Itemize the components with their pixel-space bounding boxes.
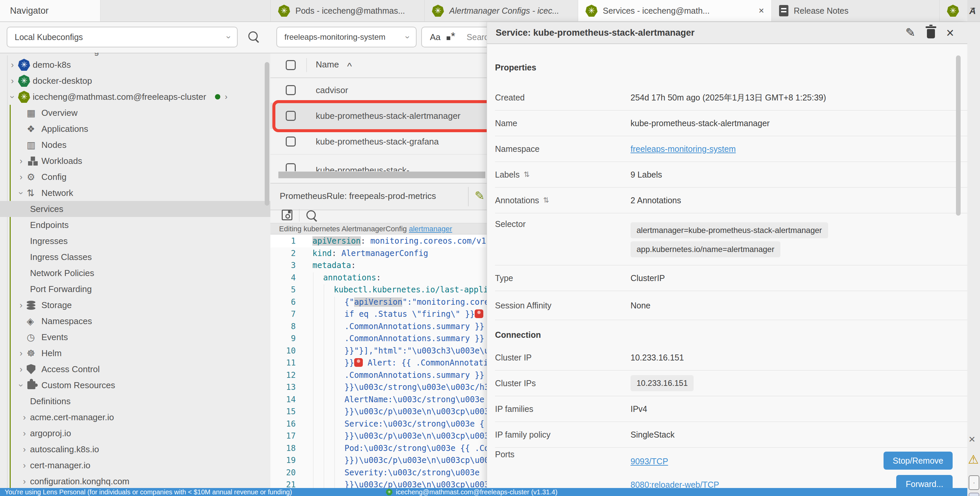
sidebar-item-acme-cert-manager-io[interactable]: ›acme.cert-manager.io (0, 409, 270, 425)
sidebar-item-demo-k8s[interactable]: ›✳demo-k8s (0, 57, 270, 73)
sidebar-item-applications[interactable]: ❖Applications (0, 121, 270, 137)
tab-services-icecheng-math[interactable]: ✳Services - icecheng@math...× (578, 0, 772, 21)
sidebar-item-access-control[interactable]: ›Access Control (0, 361, 270, 377)
regex-toggle[interactable]: * (447, 33, 455, 41)
row-checkbox[interactable] (286, 163, 296, 171)
sidebar-item-config[interactable]: ›⚙Config (0, 169, 270, 185)
sidebar-item-ingress-classes[interactable]: Ingress Classes (0, 249, 270, 265)
namespace-link[interactable]: freeleaps-monitoring-system (630, 144, 736, 154)
edit-pencil-icon[interactable]: ✎ (905, 26, 915, 40)
chevron-right-icon[interactable]: › (19, 412, 30, 423)
sidebar-item-services[interactable]: Services (0, 201, 270, 217)
tab-pods-icecheng-mathmas[interactable]: ✳Pods - icecheng@mathmas... (270, 0, 424, 21)
line-number: 16 (270, 419, 296, 429)
chevron-down-icon[interactable]: › (15, 380, 27, 391)
sidebar-item-custom-resources[interactable]: ›Custom Resources (0, 377, 270, 393)
sort-toggle-icon[interactable]: ⇅ (524, 170, 530, 179)
kubernetes-icon: ✳ (18, 91, 30, 103)
chevron-right-icon[interactable]: › (19, 428, 30, 439)
row-checkbox[interactable] (286, 85, 296, 95)
tab-partial[interactable]: ✳ (939, 0, 968, 21)
row-checkbox[interactable] (286, 137, 296, 146)
drawer-header: Service: kube-prometheus-stack-alertmana… (487, 22, 967, 44)
save-icon[interactable] (282, 210, 293, 220)
sidebar-scrollbar-thumb[interactable] (265, 62, 269, 206)
chevron-right-icon[interactable]: › (15, 364, 27, 375)
edited-resource-link[interactable]: alertmanager (409, 225, 452, 233)
name-column-header[interactable]: Name (316, 59, 339, 70)
kubeconfig-select[interactable]: Local Kubeconfigs › (7, 27, 238, 48)
sidebar-item-label: Access Control (41, 364, 100, 375)
sidebar-item-cert-manager-io[interactable]: ›cert-manager.io (0, 457, 270, 473)
chevron-right-icon[interactable]: › (225, 92, 228, 102)
horizontal-scrollbar-thumb[interactable] (278, 172, 485, 178)
sidebar-item-ingresses[interactable]: Ingresses (0, 233, 270, 249)
sidebar-item-docker-desktop[interactable]: ›✳docker-desktop (0, 73, 270, 89)
sidebar-item-events[interactable]: ◷Events (0, 329, 270, 345)
chevron-down-icon[interactable]: › (15, 188, 27, 198)
line-number: 17 (270, 431, 296, 440)
sidebar-item-icecheng-mathmast-com-freeleaps-cluster[interactable]: ›✳icecheng@mathmast.com@freeleaps-cluste… (0, 89, 270, 105)
sort-toggle-icon[interactable]: ⇅ (543, 196, 549, 205)
sort-ascending-icon[interactable]: ^ (347, 61, 352, 72)
chevron-right-icon[interactable]: › (19, 444, 30, 455)
tab-navigator[interactable]: Navigator (0, 0, 100, 21)
widget-box[interactable]: · (969, 475, 979, 490)
sidebar-item-network-policies[interactable]: Network Policies (0, 265, 270, 281)
tab-release-notes[interactable]: Release Notes (772, 0, 939, 21)
editor-search-icon[interactable] (306, 210, 316, 219)
line-number: 10 (270, 346, 296, 356)
sidebar-item-workloads[interactable]: ›Workloads (0, 153, 270, 169)
search-icon[interactable] (248, 31, 258, 41)
sidebar-item-overview[interactable]: ▦Overview (0, 105, 270, 121)
sidebar-item-nodes[interactable]: ▥Nodes (0, 137, 270, 153)
forward-button[interactable]: Forward... (896, 475, 953, 488)
line-number: 11 (270, 358, 296, 367)
tab-alertmanager-configs-icec[interactable]: ✳Alertmanager Configs - icec... (424, 0, 578, 21)
edit-pencil-icon[interactable]: ✎ (475, 189, 485, 203)
sidebar-item-argoproj-io[interactable]: ›argoproj.io (0, 425, 270, 441)
warning-icon[interactable]: ⚠ (968, 453, 978, 467)
sidebar-item-definitions[interactable]: Definitions (0, 393, 270, 409)
sidebar-item-configuration-konghq-com[interactable]: ›configuration.konghq.com (0, 473, 270, 488)
close-icon[interactable]: × (969, 432, 975, 445)
chevron-right-icon[interactable]: › (19, 460, 30, 471)
select-all-checkbox[interactable] (286, 60, 296, 70)
sidebar-item-endpoints[interactable]: Endpoints (0, 217, 270, 233)
line-number: 6 (270, 297, 296, 307)
port-link[interactable]: 8080:reloader-web/TCP (630, 480, 719, 488)
port-link[interactable]: 9093/TCP (630, 456, 668, 466)
match-case-toggle[interactable]: Aa (430, 32, 441, 42)
close-tab-icon[interactable]: × (759, 5, 764, 16)
chevron-right-icon[interactable]: › (19, 476, 30, 486)
chevron-right-icon[interactable]: › (15, 156, 27, 166)
drawer-scrollbar-thumb[interactable] (956, 56, 961, 216)
active-cluster-status[interactable]: ✳ icecheng@mathmast.com@freeleaps-cluste… (386, 489, 557, 495)
property-value: 9 Labels (630, 170, 662, 180)
cluster-version-text: icecheng@mathmast.com@freeleaps-cluster … (396, 489, 557, 495)
line-number: 1 (270, 236, 296, 246)
namespace-select[interactable]: freeleaps-monitoring-system › (276, 27, 417, 48)
line-number: 9 (270, 334, 296, 343)
chevron-right-icon[interactable]: › (7, 76, 18, 86)
close-icon[interactable]: × (946, 26, 954, 40)
sidebar-item-autoscaling-k8s-io[interactable]: ›autoscaling.k8s.io (0, 441, 270, 457)
kubernetes-icon: ✳ (18, 59, 30, 71)
property-value: kube-prometheus-stack-alertmanager (630, 119, 770, 128)
kubeconfig-row: Local Kubeconfigs › (0, 22, 270, 53)
kubeconfig-select-value: Local Kubeconfigs (7, 32, 83, 42)
chevron-down-icon[interactable]: › (7, 92, 18, 102)
delete-trash-icon[interactable] (927, 29, 935, 38)
sidebar-item-helm[interactable]: ›☸Helm (0, 345, 270, 361)
sidebar-item-port-forwarding[interactable]: Port Forwarding (0, 281, 270, 297)
chevron-right-icon[interactable]: › (7, 60, 18, 70)
stop-remove-button[interactable]: Stop/Remove (883, 451, 953, 470)
property-label: Labels⇅ (495, 170, 630, 180)
sidebar-item-network[interactable]: ›⇅Network (0, 185, 270, 201)
sidebar-item-storage[interactable]: ›Storage (0, 297, 270, 313)
chevron-right-icon[interactable]: › (15, 300, 27, 310)
dashboard-grid-icon: ▦ (27, 108, 35, 119)
chevron-right-icon[interactable]: › (15, 348, 27, 358)
sidebar-item-namespaces[interactable]: ◈Namespaces (0, 313, 270, 329)
chevron-right-icon[interactable]: › (15, 172, 27, 182)
